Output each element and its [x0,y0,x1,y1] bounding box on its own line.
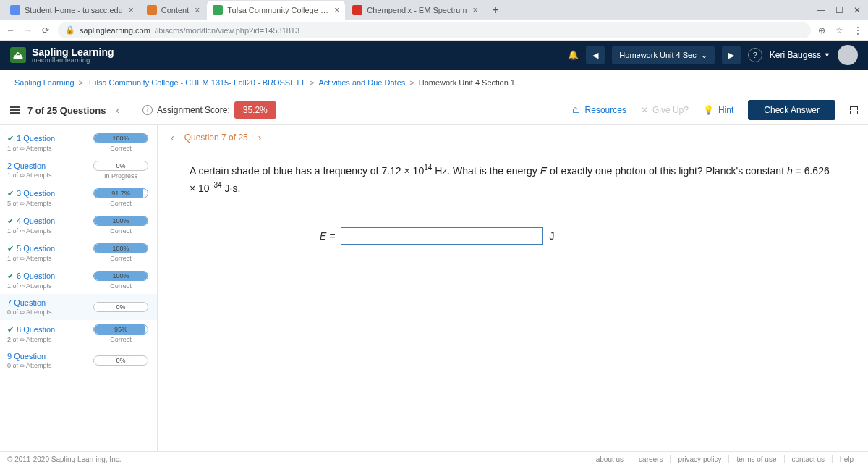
tab-close-icon[interactable]: × [195,5,200,15]
giveup-label: Give Up? [652,105,689,115]
question-status: Correct [110,336,132,343]
browser-tab[interactable]: Chempendix - EM Spectrum× [346,1,483,20]
question-title: ✔6 Question [7,272,86,281]
zoom-icon[interactable]: ⊕ [818,25,825,35]
chevron-down-icon: ⌄ [701,51,707,60]
breadcrumb-item[interactable]: Activities and Due Dates [318,78,405,87]
question-status: Correct [110,255,132,262]
brand-line1: Sapling Learning [32,47,114,57]
question-title: ✔3 Question [7,189,86,198]
tab-close-icon[interactable]: × [129,5,134,15]
giveup-button[interactable]: ✕ Give Up? [641,105,689,115]
answer-input[interactable] [341,227,543,245]
avatar[interactable] [838,45,858,65]
question-title: ✔4 Question [7,216,86,226]
question-status: In Progress [104,172,137,180]
hint-button[interactable]: 💡 Hint [703,105,733,115]
question-row[interactable]: 9 Question0 of ∞ Attempts0% [0,348,157,374]
unit-selector[interactable]: Homework Unit 4 Sec ⌄ [612,46,714,64]
footer-links: about uscareersprivacy policyterms of us… [589,455,861,463]
check-answer-button[interactable]: Check Answer [748,100,835,120]
score-pill: 100% [93,271,148,281]
browser-toolbar: ← → ⟳ 🔒 saplinglearning.com/ibiscms/mod/… [0,20,868,41]
browser-tab[interactable]: Student Home - tulsacc.edu× [4,1,140,20]
minimize-icon[interactable]: — [817,5,825,15]
score-pill: 100% [93,243,148,253]
flag-icon: ✕ [641,105,648,115]
browser-tab[interactable]: Content× [141,1,206,20]
next-question-icon[interactable]: › [258,132,262,143]
help-icon[interactable]: ? [748,48,762,62]
window-controls: — ☐ ✕ [817,5,868,15]
star-icon[interactable]: ☆ [835,25,843,35]
app-header: ⛰ Sapling Learning macmillan learning 🔔 … [0,41,868,70]
user-menu[interactable]: Keri Baugess ▼ [770,50,830,60]
back-icon[interactable]: ← [6,25,16,35]
footer-link[interactable]: about us [589,455,631,463]
question-status: Correct [110,200,132,207]
question-sidebar: ✔1 Question1 of ∞ Attempts100%Correct2 Q… [0,125,158,451]
question-attempts: 1 of ∞ Attempts [7,227,86,235]
favicon [213,5,223,15]
lock-icon: 🔒 [65,25,75,35]
question-attempts: 1 of ∞ Attempts [7,172,86,179]
score-pill: 100% [93,133,148,143]
next-unit-button[interactable]: ▶ [722,46,741,64]
info-icon[interactable]: i [142,105,153,115]
caret-down-icon: ▼ [824,51,830,59]
new-tab-button[interactable]: + [488,4,503,17]
browser-tab[interactable]: Tulsa Community College - CHE× [207,1,345,20]
score-pill: 100% [93,216,148,226]
tab-close-icon[interactable]: × [334,5,339,15]
question-row[interactable]: 7 Question0 of ∞ Attempts0% [0,294,157,320]
footer-link[interactable]: contact us [784,455,833,463]
brand-logo: ⛰ [10,47,26,63]
score-pill: 95% [93,324,148,335]
question-nav: ‹ Question 7 of 25 › [171,132,858,143]
unit-label: Homework Unit 4 Sec [619,51,696,59]
question-row[interactable]: ✔6 Question1 of ∞ Attempts100%Correct [0,266,157,294]
fullscreen-icon[interactable] [850,106,858,114]
footer-link[interactable]: terms of use [728,455,783,463]
breadcrumb-item[interactable]: Tulsa Community College - CHEM 1315- Fal… [88,78,305,87]
tab-label: Student Home - tulsacc.edu [25,6,123,14]
question-list-toggle[interactable] [10,106,20,114]
footer-link[interactable]: help [832,455,861,463]
breadcrumb-item[interactable]: Sapling Learning [14,78,75,87]
score-label: Assignment Score: [157,105,230,115]
forward-icon[interactable]: → [23,25,33,35]
copyright: © 2011-2020 Sapling Learning, Inc. [7,455,121,463]
question-title: 2 Question [7,161,86,170]
collapse-chevron-icon[interactable]: ‹ [116,104,119,116]
address-bar[interactable]: 🔒 saplinglearning.com/ibiscms/mod/flcn/v… [58,22,811,38]
resources-button[interactable]: 🗀 Resources [572,105,626,115]
close-window-icon[interactable]: ✕ [854,5,861,15]
reload-icon[interactable]: ⟳ [41,25,51,35]
kebab-icon[interactable]: ⋮ [854,25,862,35]
question-main: ‹ Question 7 of 25 › A certain shade of … [158,125,868,451]
question-row[interactable]: 2 Question1 of ∞ Attempts0%In Progress [0,156,157,184]
question-attempts: 0 of ∞ Attempts [7,308,86,316]
footer-link[interactable]: careers [631,455,670,463]
check-icon: ✔ [7,244,14,253]
question-row[interactable]: ✔5 Question1 of ∞ Attempts100%Correct [0,239,157,266]
bell-icon[interactable]: 🔔 [568,50,579,60]
score-pill: 0% [93,355,148,366]
prev-question-icon[interactable]: ‹ [171,132,174,143]
prev-unit-button[interactable]: ◀ [586,46,605,64]
tab-close-icon[interactable]: × [473,5,478,15]
question-row[interactable]: ✔8 Question2 of ∞ Attempts95%Correct [0,320,157,348]
question-row[interactable]: ✔1 Question1 of ∞ Attempts100%Correct [0,129,157,156]
check-icon: ✔ [7,134,14,143]
check-icon: ✔ [7,216,14,226]
maximize-icon[interactable]: ☐ [835,5,843,15]
question-title: ✔8 Question [7,325,86,335]
question-row[interactable]: ✔4 Question1 of ∞ Attempts100%Correct [0,211,157,239]
question-row[interactable]: ✔3 Question5 of ∞ Attempts91.7%Correct [0,184,157,211]
page-footer: © 2011-2020 Sapling Learning, Inc. about… [0,451,868,467]
question-attempts: 1 of ∞ Attempts [7,282,86,290]
answer-row: E = J [320,227,858,245]
brand-line2: macmillan learning [32,57,114,64]
footer-link[interactable]: privacy policy [670,455,728,463]
problem-text: A certain shade of blue has a frequency … [168,156,858,203]
